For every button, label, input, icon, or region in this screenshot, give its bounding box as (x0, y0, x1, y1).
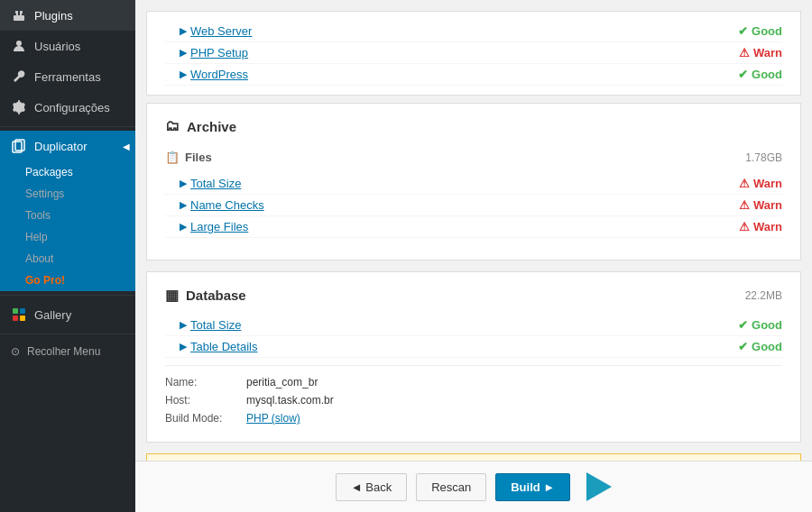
files-icon: 📋 (165, 151, 180, 164)
check-label[interactable]: Web Server (190, 24, 731, 38)
sidebar-item-ferramentas[interactable]: Ferramentas (0, 61, 135, 92)
check-status: Warn (739, 220, 782, 233)
archive-icon: 🗂 (165, 118, 180, 134)
svg-point-5 (16, 41, 22, 46)
database-size: 22.2MB (745, 289, 782, 302)
warning-box: A warning status was detected, are you s… (146, 453, 801, 461)
check-status: Good (738, 318, 782, 332)
check-status: Warn (739, 198, 782, 212)
sidebar-item-duplicator-label: Duplicator (34, 140, 88, 153)
check-arrow: ▶ (180, 221, 187, 233)
archive-card: 🗂 Archive 📋 Files 1.78GB ▶ Total Size Wa… (146, 103, 801, 261)
check-arrow: ▶ (180, 319, 187, 331)
database-info-value: peritia_com_br (246, 376, 318, 389)
check-arrow: ▶ (180, 47, 187, 59)
check-status: Good (738, 340, 782, 353)
database-info-value[interactable]: PHP (slow) (246, 412, 300, 425)
sidebar-item-ferramentas-label: Ferramentas (34, 70, 101, 84)
sidebar-sub-about[interactable]: About (0, 248, 135, 270)
svg-rect-4 (20, 11, 23, 14)
sidebar-sub-settings[interactable]: Settings (0, 183, 135, 205)
check-status: Good (738, 68, 782, 81)
svg-rect-3 (15, 11, 18, 14)
database-title: Database (186, 288, 246, 303)
database-info-row: Name: peritia_com_br (165, 373, 782, 391)
sidebar-item-gallery-label: Gallery (34, 308, 71, 322)
sidebar-sub-help[interactable]: Help (0, 226, 135, 248)
svg-rect-10 (13, 315, 18, 321)
archive-check-row: ▶ Total Size Warn (165, 173, 782, 195)
main-content: ▶ Web Server Good ▶ PHP Setup Warn ▶ Wor… (135, 0, 812, 512)
svg-rect-11 (20, 315, 25, 321)
check-arrow: ▶ (180, 178, 187, 189)
check-label[interactable]: Name Checks (190, 198, 732, 212)
database-info-row: Build Mode: PHP (slow) (165, 409, 782, 427)
archive-files-section: 📋 Files 1.78GB ▶ Total Size Warn ▶ Name … (165, 145, 782, 245)
check-arrow: ▶ (180, 69, 187, 80)
sidebar-collapse-menu[interactable]: ⊙ Recolher Menu (0, 338, 135, 365)
top-checks-card: ▶ Web Server Good ▶ PHP Setup Warn ▶ Wor… (146, 11, 801, 96)
check-arrow: ▶ (180, 199, 187, 211)
archive-check-row: ▶ Name Checks Warn (165, 195, 782, 216)
back-button[interactable]: ◄ Back (336, 473, 407, 501)
duplicator-section: Duplicator ◀ Packages Settings Tools Hel… (0, 131, 135, 291)
database-separator (165, 365, 782, 366)
build-arrow-indicator (586, 472, 612, 501)
database-info-value: mysql.task.com.br (246, 394, 334, 407)
gallery-icon (11, 306, 27, 323)
database-info-row: Host: mysql.task.com.br (165, 391, 782, 409)
check-label[interactable]: WordPress (190, 68, 731, 81)
svg-rect-0 (14, 15, 24, 21)
sidebar-item-usuarios-label: Usuários (34, 40, 80, 53)
sidebar-collapse-arrow: ◀ (123, 142, 130, 151)
database-check-row: ▶ Total Size Good (165, 315, 782, 336)
database-icon: ▦ (165, 287, 179, 304)
sidebar-sub-packages[interactable]: Packages (0, 161, 135, 183)
check-label[interactable]: Total Size (190, 318, 731, 332)
archive-files-size: 1.78GB (745, 151, 782, 164)
check-label[interactable]: Large Files (190, 220, 732, 233)
content-scroll: ▶ Web Server Good ▶ PHP Setup Warn ▶ Wor… (135, 0, 812, 461)
sidebar-item-configuracoes-label: Configurações (34, 101, 110, 114)
check-status: Good (738, 24, 782, 38)
database-header: ▦ Database 22.2MB (165, 287, 782, 304)
svg-rect-9 (20, 308, 25, 314)
database-info-label: Name: (165, 376, 246, 389)
top-check-row: ▶ PHP Setup Warn (165, 42, 782, 64)
sidebar-item-plugins[interactable]: Plugins (0, 0, 135, 31)
database-check-row: ▶ Table Details Good (165, 336, 782, 358)
check-label[interactable]: Total Size (190, 177, 732, 190)
check-arrow: ▶ (180, 341, 187, 352)
sidebar-item-plugins-label: Plugins (34, 9, 73, 23)
sidebar-sub-gopro[interactable]: Go Pro! (0, 270, 135, 291)
top-check-row: ▶ WordPress Good (165, 64, 782, 86)
gear-icon (11, 99, 27, 115)
archive-check-row: ▶ Large Files Warn (165, 216, 782, 238)
plugin-icon (11, 7, 27, 23)
build-button[interactable]: Build ► (495, 473, 570, 501)
archive-title: Archive (187, 119, 236, 134)
database-card: ▦ Database 22.2MB ▶ Total Size Good ▶ Ta… (146, 271, 801, 443)
sidebar-item-gallery[interactable]: Gallery (0, 299, 135, 330)
sidebar-item-usuarios[interactable]: Usuários (0, 31, 135, 61)
wrench-icon (11, 69, 27, 85)
sidebar-item-duplicator[interactable]: Duplicator ◀ (0, 131, 135, 161)
archive-files-label: 📋 Files 1.78GB (165, 145, 782, 169)
check-label[interactable]: Table Details (190, 340, 731, 353)
collapse-icon: ⊙ (11, 345, 20, 358)
database-info-label: Build Mode: (165, 412, 246, 425)
database-info-label: Host: (165, 394, 246, 407)
duplicator-icon (11, 138, 27, 154)
svg-rect-8 (13, 308, 18, 314)
sidebar-divider-1 (0, 126, 135, 127)
rescan-button[interactable]: Rescan (416, 473, 486, 501)
check-label[interactable]: PHP Setup (190, 46, 732, 59)
check-status: Warn (739, 46, 782, 59)
sidebar-sub-tools[interactable]: Tools (0, 205, 135, 226)
sidebar: Plugins Usuários Ferramentas Configuraçõ… (0, 0, 135, 512)
sidebar-item-configuracoes[interactable]: Configurações (0, 92, 135, 123)
archive-header: 🗂 Archive (165, 118, 782, 134)
top-check-row: ▶ Web Server Good (165, 21, 782, 42)
check-status: Warn (739, 177, 782, 190)
check-arrow: ▶ (180, 25, 187, 37)
